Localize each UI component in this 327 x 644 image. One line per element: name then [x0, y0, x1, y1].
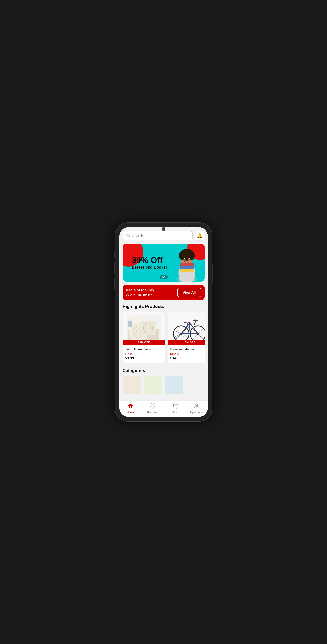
category-item-2[interactable] — [144, 376, 162, 394]
product-info-1: decorUhome Deco... $14.99 $9.99 — [123, 345, 165, 363]
home-icon — [127, 403, 133, 410]
nav-home[interactable]: Home — [124, 403, 137, 414]
product-card-2[interactable]: 15% OFF Dynacraft Magna ... $164.99 $140… — [168, 312, 205, 363]
cart-icon — [172, 403, 178, 410]
product-info-2: Dynacraft Magna ... $164.99 $140.29 — [168, 345, 205, 363]
svg-point-6 — [182, 249, 191, 256]
deals-title: Deals of the Day — [126, 288, 154, 292]
heart-icon — [150, 403, 156, 410]
categories-section-title: Categories — [123, 368, 205, 373]
product-card-1[interactable]: 33% OFF decorUhome Deco... $14.99 $9.99 — [123, 312, 165, 363]
product-image-bike: 15% OFF — [168, 312, 205, 345]
deals-timer-text: 21h 11m 18s left — [130, 293, 152, 297]
svg-point-12 — [189, 259, 190, 260]
clock-icon: ⏱ — [126, 293, 129, 297]
svg-rect-15 — [180, 264, 194, 266]
search-input[interactable] — [132, 234, 189, 238]
person-icon — [194, 403, 200, 410]
highlights-section-title: Highlights Products — [123, 304, 205, 309]
deals-of-the-day-bar: Deals of the Day ⏱ 21h 11m 18s left View… — [123, 285, 205, 300]
nav-favorites-label: Favorites — [147, 411, 158, 414]
side-button-power — [212, 264, 213, 283]
product-old-price-1: $14.99 — [125, 352, 163, 356]
phone-frame: 🔍 🔔 30% Off Bestselling Books! — [115, 223, 212, 421]
search-input-wrap[interactable]: 🔍 — [123, 231, 193, 240]
side-button-mute — [114, 250, 115, 259]
deals-info: Deals of the Day ⏱ 21h 11m 18s left — [126, 288, 154, 297]
product-name-2: Dynacraft Magna ... — [170, 348, 205, 351]
svg-point-49 — [196, 404, 198, 406]
search-icon: 🔍 — [126, 234, 130, 238]
banner-page-indicator: 1/3 — [159, 275, 168, 280]
svg-point-47 — [174, 408, 174, 408]
content-area: 🔍 🔔 30% Off Bestselling Books! — [119, 227, 208, 400]
screen: 🔍 🔔 30% Off Bestselling Books! — [119, 227, 208, 417]
deals-timer: ⏱ 21h 11m 18s left — [126, 293, 154, 297]
promo-banner[interactable]: 30% Off Bestselling Books! — [123, 244, 205, 282]
bottom-navigation: Home Favorites Cart — [119, 400, 208, 417]
bell-icon: 🔔 — [197, 233, 203, 238]
products-scroll: 33% OFF decorUhome Deco... $14.99 $9.99 — [123, 312, 205, 363]
product-image-pillows: 33% OFF — [123, 312, 165, 345]
side-button-vol-down — [114, 278, 115, 290]
bell-button[interactable]: 🔔 — [195, 231, 205, 240]
category-item-3[interactable] — [165, 376, 183, 394]
product-name-1: decorUhome Deco... — [125, 348, 163, 351]
product-badge-1: 33% OFF — [123, 340, 165, 345]
product-new-price-1: $9.99 — [125, 356, 163, 360]
svg-rect-14 — [179, 266, 194, 269]
product-new-price-2: $140.29 — [170, 356, 205, 360]
category-item-1[interactable] — [123, 376, 141, 394]
side-button-vol-up — [114, 262, 115, 275]
svg-point-48 — [176, 408, 177, 408]
svg-point-11 — [184, 259, 185, 260]
product-old-price-2: $164.99 — [170, 352, 205, 356]
nav-home-label: Home — [127, 411, 134, 414]
nav-account[interactable]: My Account — [190, 403, 204, 414]
svg-point-27 — [128, 318, 132, 321]
banner-person-image — [169, 244, 205, 282]
categories-section: Categories — [123, 368, 205, 397]
svg-rect-13 — [180, 269, 194, 272]
nav-cart[interactable]: Cart — [168, 403, 182, 414]
nav-account-label: My Account — [190, 411, 203, 414]
view-all-button[interactable]: View All — [177, 288, 201, 297]
search-bar-row: 🔍 🔔 — [123, 231, 205, 240]
product-badge-2: 15% OFF — [168, 340, 205, 345]
nav-cart-label: Cart — [172, 411, 177, 414]
nav-favorites[interactable]: Favorites — [146, 403, 159, 414]
